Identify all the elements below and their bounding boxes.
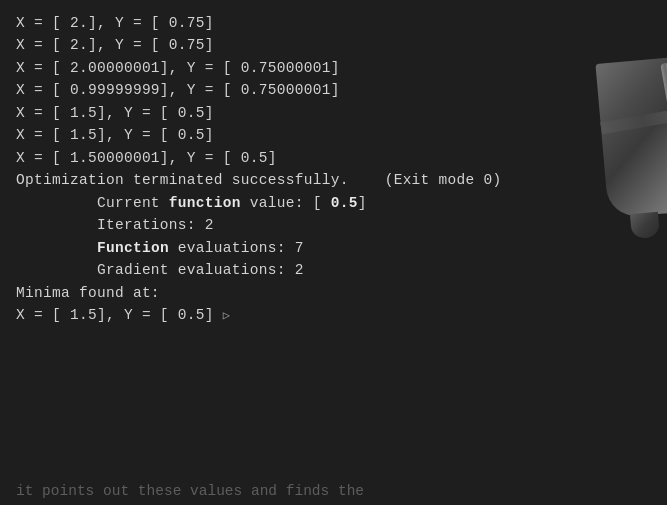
output-line-7: X = [ 1.50000001], Y = [ 0.5] bbox=[16, 147, 574, 169]
bottom-hint: it points out these values and finds the bbox=[16, 483, 364, 499]
output-line-2: X = [ 2.], Y = [ 0.75] bbox=[16, 34, 574, 56]
optimization-status: Optimization terminated successfully. (E… bbox=[16, 169, 574, 191]
current-function-value: Current function value: [ 0.5] bbox=[16, 192, 574, 214]
gradient-evaluations: Gradient evaluations: 2 bbox=[16, 259, 574, 281]
minima-values: X = [ 1.5], Y = [ 0.5] ▷ bbox=[16, 304, 574, 326]
pen-body bbox=[595, 57, 667, 219]
output-line-5: X = [ 1.5], Y = [ 0.5] bbox=[16, 102, 574, 124]
pen-tip bbox=[630, 212, 660, 239]
minima-label: Minima found at: bbox=[16, 282, 574, 304]
output-line-4: X = [ 0.99999999], Y = [ 0.75000001] bbox=[16, 79, 574, 101]
iterations: Iterations: 2 bbox=[16, 214, 574, 236]
output-line-1: X = [ 2.], Y = [ 0.75] bbox=[16, 12, 574, 34]
pen-band bbox=[600, 108, 667, 135]
output-line-3: X = [ 2.00000001], Y = [ 0.75000001] bbox=[16, 57, 574, 79]
function-evaluations: Function evaluations: 7 bbox=[16, 237, 574, 259]
output-line-6: X = [ 1.5], Y = [ 0.5] bbox=[16, 124, 574, 146]
terminal-screen: X = [ 2.], Y = [ 0.75] X = [ 2.], Y = [ … bbox=[0, 0, 667, 505]
pen-decoration bbox=[567, 60, 667, 220]
terminal-content: X = [ 2.], Y = [ 0.75] X = [ 2.], Y = [ … bbox=[0, 0, 590, 505]
